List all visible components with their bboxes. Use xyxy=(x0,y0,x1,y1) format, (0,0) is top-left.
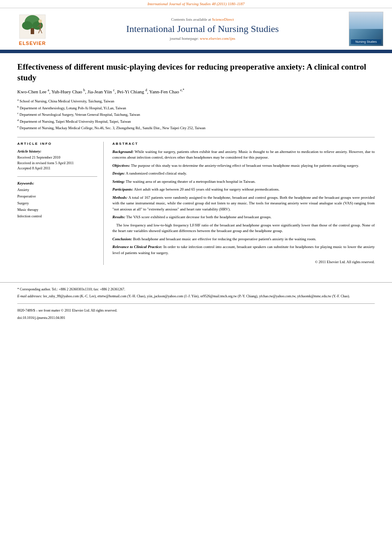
separator-1 xyxy=(17,137,375,137)
email-label: E-mail addresses: xyxy=(17,294,42,298)
keywords-heading: Keywords: xyxy=(17,181,97,185)
elsevier-brand-text: ELSEVIER xyxy=(19,41,46,46)
keyword-anxiety: Anxiety xyxy=(17,187,97,193)
footer-section: * Corresponding author. Tel.: +886 2 263… xyxy=(0,282,392,320)
abstract-methods: Methods: A total of 167 patients were ra… xyxy=(112,195,375,213)
doi-line: doi:10.1016/j.ijnurstu.2011.04.001 xyxy=(17,316,375,320)
authors-line: Kwo-Chen Lee a, Yuh-Huey Chao b, Jia-Jea… xyxy=(17,88,375,94)
article-info-column: ARTICLE INFO Article history: Received 2… xyxy=(17,142,104,265)
abstract-results-1: Results: The VAS score exhibited a signi… xyxy=(112,214,375,220)
revised-date: Received in revised form 5 April 2011 xyxy=(17,160,97,166)
journal-title-area: Contents lists available at ScienceDirec… xyxy=(56,17,349,41)
cover-label: Nursing Studies xyxy=(351,39,381,44)
elsevier-tree-icon xyxy=(15,13,50,41)
abstract-column: ABSTRACT Background: While waiting for s… xyxy=(112,142,375,265)
conclusion-label: Conclusion: xyxy=(112,237,132,241)
objectives-label: Objectives: xyxy=(112,163,130,168)
copyright-line: © 2011 Elsevier Ltd. All rights reserved… xyxy=(112,259,375,265)
journal-header: ELSEVIER Contents lists available at Sci… xyxy=(0,8,392,51)
affiliation-e: e Department of Nursing, Mackay Medical … xyxy=(17,124,375,131)
participants-label: Participants: xyxy=(112,187,133,191)
affiliation-d: d Department of Nursing, Taipei Medical … xyxy=(17,118,375,124)
design-label: Design: xyxy=(112,171,125,175)
keyword-infection-control: Infection control xyxy=(17,213,97,220)
abstract-objectives: Objectives: The purpose of this study wa… xyxy=(112,163,375,169)
history-heading: Article history: xyxy=(17,149,97,153)
abstract-content: Background: While waiting for surgery, p… xyxy=(112,149,375,265)
keyword-music-therapy: Music therapy xyxy=(17,207,97,213)
keyword-surgery: Surgery xyxy=(17,200,97,207)
relevance-label: Relevance to Clinical Practice: xyxy=(112,245,162,249)
journal-homepage: journal homepage: www.elsevier.com/ijns xyxy=(65,36,340,41)
abstract-results-2: The low frequency and low-to-high freque… xyxy=(112,223,375,234)
two-column-layout: ARTICLE INFO Article history: Received 2… xyxy=(17,142,375,265)
keywords-section: Keywords: Anxiety Preoperative Surgery M… xyxy=(17,181,97,220)
elsevier-logo: ELSEVIER xyxy=(9,13,56,46)
article-content: Effectiveness of different music-playing… xyxy=(0,53,392,274)
separator-left xyxy=(17,176,97,177)
email-addresses: E-mail addresses: lee_ruby_99@yahoo.com … xyxy=(17,294,375,299)
top-banner: International Journal of Nursing Studies… xyxy=(0,0,392,8)
abstract-relevance: Relevance to Clinical Practice: In order… xyxy=(112,244,375,256)
abstract-label: ABSTRACT xyxy=(112,142,375,146)
methods-label: Methods: xyxy=(112,195,127,200)
abstract-setting: Setting: The waiting area of an operatin… xyxy=(112,179,375,185)
affiliations: a School of Nursing, China Medical Unive… xyxy=(17,98,375,131)
abstract-design: Design: A randomized controlled clinical… xyxy=(112,171,375,177)
svg-rect-4 xyxy=(31,28,34,34)
article-history: Article history: Received 21 September 2… xyxy=(17,149,97,171)
keywords-list: Anxiety Preoperative Surgery Music thera… xyxy=(17,187,97,220)
received-date: Received 21 September 2010 xyxy=(17,155,97,160)
affiliation-c: c Department of Neurological Surgery, Ve… xyxy=(17,111,375,118)
article-info-label: ARTICLE INFO xyxy=(17,142,97,146)
journal-main-title: International Journal of Nursing Studies xyxy=(65,23,340,35)
abstract-background: Background: While waiting for surgery, p… xyxy=(112,149,375,161)
abstract-conclusion: Conclusion: Both headphone and broadcast… xyxy=(112,236,375,242)
abstract-participants: Participants: Alert adult with age betwe… xyxy=(112,187,375,193)
svg-point-5 xyxy=(38,19,42,23)
issn-line: 0020-7489/$ – see front matter © 2011 El… xyxy=(17,308,375,313)
affiliation-a: a School of Nursing, China Medical Unive… xyxy=(17,98,375,104)
accepted-date: Accepted 8 April 2011 xyxy=(17,166,97,171)
results-label: Results: xyxy=(112,215,125,219)
journal-cover-image: Nursing Studies xyxy=(349,12,383,46)
homepage-url[interactable]: www.elsevier.com/ijns xyxy=(200,36,235,41)
sciencedirect-link[interactable]: ScienceDirect xyxy=(212,17,234,22)
affiliation-b: b Department of Anesthesiology, Lotung P… xyxy=(17,105,375,111)
journal-citation: International Journal of Nursing Studies… xyxy=(147,2,245,6)
keyword-preoperative: Preoperative xyxy=(17,193,97,200)
article-title: Effectiveness of different music-playing… xyxy=(17,62,375,83)
background-label: Background: xyxy=(112,150,134,154)
contents-line: Contents lists available at ScienceDirec… xyxy=(65,17,340,22)
corresponding-author-note: * Corresponding author. Tel.: +886 2 263… xyxy=(17,287,375,292)
setting-label: Setting: xyxy=(112,179,125,184)
email-list: lee_ruby_99@yahoo.com (K.-C. Lee), ettet… xyxy=(43,294,350,298)
footer-separator xyxy=(17,303,375,304)
